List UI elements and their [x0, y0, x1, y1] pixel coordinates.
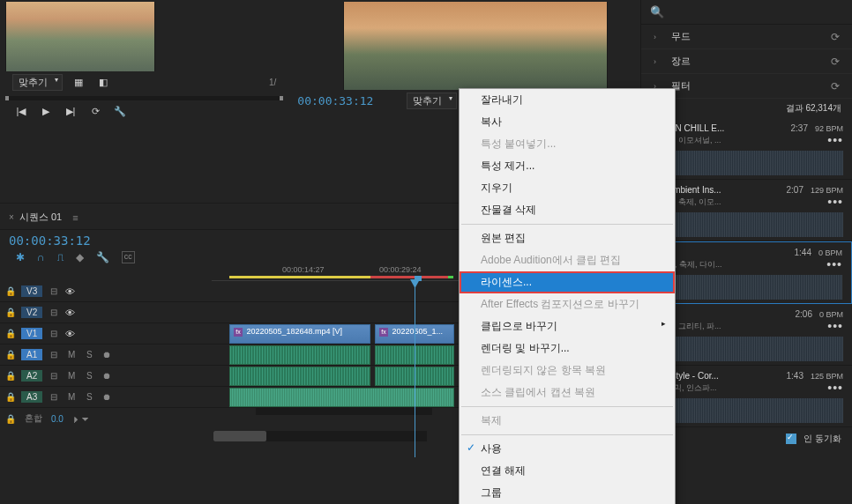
eye-icon[interactable]: 👁 [65, 308, 75, 318]
source-fit-dropdown[interactable]: 맞추기 [12, 74, 63, 91]
menu-item[interactable]: 라이센스... [460, 271, 675, 293]
lock-icon[interactable]: 🔒 [5, 350, 16, 359]
program-fit-dropdown[interactable]: 맞추기 [407, 93, 457, 109]
asset-bpm: 92 BPM [815, 124, 843, 133]
menu-item[interactable]: 잔물결 삭제 [460, 199, 675, 221]
sync-lock-icon[interactable]: ⊟ [48, 308, 60, 317]
mix-value[interactable]: 0.0 [51, 414, 64, 424]
video-clip[interactable]: fx 20220505_182648.mp4 [V] [229, 324, 370, 344]
menu-item[interactable]: 지우기 [460, 177, 675, 199]
program-preview-image[interactable] [343, 2, 608, 90]
wrench-tool-icon[interactable]: 🔧 [96, 251, 109, 263]
linked-icon[interactable]: ⎍ [57, 251, 64, 263]
eye-icon[interactable]: 👁 [65, 286, 75, 297]
more-icon[interactable]: ••• [826, 257, 842, 271]
track-label[interactable]: A1 [21, 349, 42, 360]
audio-clip[interactable] [229, 345, 370, 365]
mute-icon[interactable]: M [65, 371, 78, 381]
play-icon[interactable]: ▶ [37, 104, 55, 118]
tab-menu-icon[interactable]: ≡ [72, 212, 78, 223]
refresh-icon[interactable]: ⟳ [831, 31, 840, 43]
search-bar[interactable]: 🔍 [641, 0, 852, 25]
track-header-v1[interactable]: 🔒 V1 ⊟ 👁 [0, 323, 212, 345]
lock-icon[interactable]: 🔒 [5, 371, 16, 381]
track-label[interactable]: A3 [21, 391, 42, 403]
record-icon[interactable]: ⏺ [101, 350, 113, 359]
marker-tool-icon[interactable]: ◆ [76, 251, 84, 263]
refresh-icon[interactable]: ⟳ [831, 56, 840, 68]
timeline-hscroll[interactable] [213, 431, 427, 441]
lock-icon[interactable]: 🔒 [5, 414, 16, 424]
solo-icon[interactable]: S [83, 350, 95, 359]
menu-item[interactable]: 잘라내기 [460, 89, 675, 111]
filter-row[interactable]: ›장르⟳ [641, 49, 852, 74]
menu-separator [461, 406, 673, 407]
menu-item[interactable]: 특성 제거... [460, 155, 675, 177]
goto-out-icon[interactable]: ▶| [62, 104, 79, 118]
track-header-v2[interactable]: 🔒 V2 ⊟ 👁 [0, 302, 212, 323]
record-icon[interactable]: ⏺ [101, 392, 113, 402]
magnet-icon[interactable]: ∩ [37, 251, 45, 263]
mute-icon[interactable]: M [65, 350, 78, 359]
track-header-a2[interactable]: 🔒 A2 ⊟ M S ⏺ [0, 366, 212, 387]
track-label[interactable]: V1 [21, 328, 42, 339]
sync-checkbox[interactable] [786, 434, 796, 444]
asset-waveform[interactable] [650, 398, 843, 423]
grid-icon[interactable]: ▦ [70, 75, 87, 89]
audio-clip[interactable] [229, 367, 370, 386]
menu-item[interactable]: 클립으로 바꾸기 [460, 315, 675, 337]
more-icon[interactable]: ••• [827, 195, 843, 209]
menu-item[interactable]: 렌더링 및 바꾸기... [460, 337, 675, 359]
sync-lock-icon[interactable]: ⊟ [48, 392, 60, 402]
mix-chevron-icon[interactable]: ⏵⏷ [72, 414, 90, 424]
track-header-a3[interactable]: 🔒 A3 ⊟ M S ⏺ [0, 387, 212, 408]
sync-lock-icon[interactable]: ⊟ [48, 329, 60, 338]
half-icon[interactable]: ◧ [94, 75, 112, 89]
sync-lock-icon[interactable]: ⊟ [48, 350, 60, 359]
track-header-v3[interactable]: 🔒 V3 ⊟ 👁 [0, 281, 212, 302]
source-preview-image[interactable] [5, 2, 155, 71]
more-icon[interactable]: ••• [827, 319, 843, 333]
track-label[interactable]: V2 [21, 307, 42, 318]
track-label[interactable]: A2 [21, 370, 42, 382]
scroll-handle[interactable] [213, 431, 266, 441]
close-icon[interactable]: × [9, 212, 14, 222]
asset-waveform[interactable] [651, 275, 842, 300]
source-ruler[interactable] [5, 96, 283, 100]
lock-icon[interactable]: 🔒 [5, 392, 16, 402]
cc-icon[interactable]: cc [122, 251, 135, 263]
program-timecode[interactable]: 00:00:33:12 [297, 94, 373, 107]
playhead[interactable] [415, 281, 415, 457]
track-header-a1[interactable]: 🔒 A1 ⊟ M S ⏺ [0, 345, 212, 366]
sync-lock-icon[interactable]: ⊟ [48, 371, 60, 381]
timeline-timecode[interactable]: 00:00:33:12 [9, 233, 91, 248]
asset-waveform[interactable] [650, 337, 843, 361]
menu-item[interactable]: 사용 [460, 438, 675, 460]
asset-waveform[interactable] [650, 212, 843, 237]
sync-lock-icon[interactable]: ⊟ [48, 286, 60, 296]
solo-icon[interactable]: S [83, 371, 95, 381]
audio-clip[interactable] [229, 388, 454, 407]
refresh-icon[interactable]: ⟳ [831, 80, 840, 93]
track-label[interactable]: V3 [21, 285, 42, 297]
menu-item: Adobe Audition에서 클립 편집 [460, 249, 675, 271]
mute-icon[interactable]: M [65, 392, 78, 402]
lock-icon[interactable]: 🔒 [5, 286, 16, 296]
menu-item[interactable]: 연결 해제 [460, 460, 675, 482]
lock-icon[interactable]: 🔒 [5, 329, 16, 338]
eye-icon[interactable]: 👁 [65, 329, 75, 339]
goto-in-icon[interactable]: |◀ [12, 104, 30, 118]
record-icon[interactable]: ⏺ [101, 371, 113, 381]
solo-icon[interactable]: S [83, 392, 95, 402]
snap-icon[interactable]: ✱ [16, 251, 25, 263]
menu-item[interactable]: 원본 편집 [460, 227, 675, 249]
more-icon[interactable]: ••• [827, 381, 843, 395]
menu-item[interactable]: 그룹 [460, 482, 675, 504]
wrench-icon[interactable]: 🔧 [111, 104, 129, 118]
menu-item[interactable]: 복사 [460, 111, 675, 133]
asset-waveform[interactable] [650, 151, 843, 175]
more-icon[interactable]: ••• [827, 133, 843, 147]
lock-icon[interactable]: 🔒 [5, 308, 16, 317]
loop-icon[interactable]: ⟳ [86, 104, 104, 118]
filter-row[interactable]: ›무드⟳ [641, 25, 852, 49]
